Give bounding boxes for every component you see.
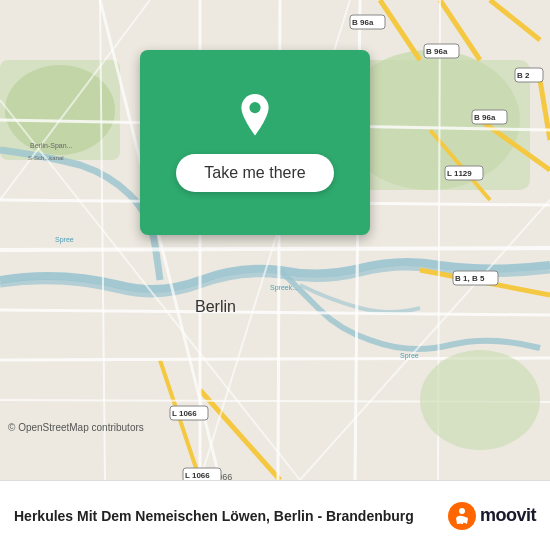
moovit-icon xyxy=(448,502,476,530)
svg-text:Spree: Spree xyxy=(400,352,419,360)
svg-text:Spreek...: Spreek... xyxy=(270,284,298,292)
svg-line-16 xyxy=(0,248,550,250)
location-name: Herkules Mit Dem Nemeischen Löwen, Berli… xyxy=(14,508,448,524)
svg-point-63 xyxy=(459,508,465,514)
take-me-there-button[interactable]: Take me there xyxy=(176,154,333,192)
bottom-bar: Herkules Mit Dem Nemeischen Löwen, Berli… xyxy=(0,480,550,550)
svg-point-61 xyxy=(249,102,260,113)
svg-text:L 1066: L 1066 xyxy=(172,409,197,418)
svg-point-60 xyxy=(420,350,540,450)
moovit-logo: moovit xyxy=(448,502,536,530)
location-pin-icon xyxy=(231,94,279,142)
moovit-label: moovit xyxy=(480,505,536,526)
svg-text:Berlin: Berlin xyxy=(195,298,236,315)
svg-text:Spree: Spree xyxy=(55,236,74,244)
svg-text:B 96a: B 96a xyxy=(352,18,374,27)
svg-text:S-Sch...kanal: S-Sch...kanal xyxy=(28,155,64,161)
map-container: B 96a B 96a B 96a B 2 L 1129 B 1, B 5 L … xyxy=(0,0,550,480)
svg-text:L 1066: L 1066 xyxy=(185,471,210,480)
svg-text:B 96a: B 96a xyxy=(474,113,496,122)
svg-text:B 96a: B 96a xyxy=(426,47,448,56)
svg-text:L 1129: L 1129 xyxy=(447,169,472,178)
overlay-card: Take me there xyxy=(140,50,370,235)
svg-text:Berlin-Span...: Berlin-Span... xyxy=(30,142,72,150)
svg-text:B 1, B 5: B 1, B 5 xyxy=(455,274,485,283)
osm-credit: © OpenStreetMap contributors xyxy=(8,422,144,433)
svg-text:B 2: B 2 xyxy=(517,71,530,80)
location-info: Herkules Mit Dem Nemeischen Löwen, Berli… xyxy=(14,508,448,524)
